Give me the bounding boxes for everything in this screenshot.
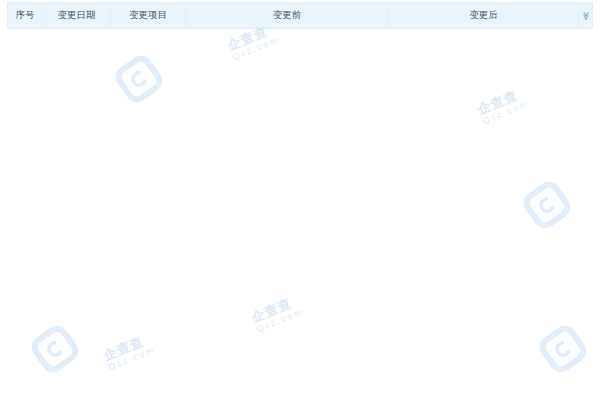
- watermark-qcc-logo: [520, 178, 574, 232]
- expand-rows-icon[interactable]: ≫: [582, 11, 590, 20]
- watermark-qcc-logo: [536, 322, 590, 376]
- col-header-change-date: 变更日期: [43, 3, 111, 29]
- col-header-index: 序号: [8, 3, 43, 29]
- watermark-qcc-logo: [28, 322, 82, 376]
- watermark-qcc-text: 企查查Qcc.com: [475, 84, 531, 127]
- change-history-table: 序号 变更日期 变更项目 变更前 变更后 ≫: [7, 2, 593, 29]
- table-header-row: 序号 变更日期 变更项目 变更前 变更后 ≫: [8, 3, 593, 29]
- watermark-qcc-text: 企查查Qcc.com: [101, 330, 157, 373]
- col-header-change-item: 变更项目: [111, 3, 186, 29]
- col-header-expand: ≫: [579, 3, 593, 29]
- col-header-before: 变更前: [186, 3, 389, 29]
- watermark-qcc-text: 企查查Qcc.com: [249, 292, 305, 335]
- col-header-after: 变更后: [389, 3, 579, 29]
- watermark-qcc-logo: [112, 52, 166, 106]
- change-history-page: 企查查Qcc.com 企查查Qcc.com 企查查Qcc.com 企查查Qcc.…: [0, 0, 600, 400]
